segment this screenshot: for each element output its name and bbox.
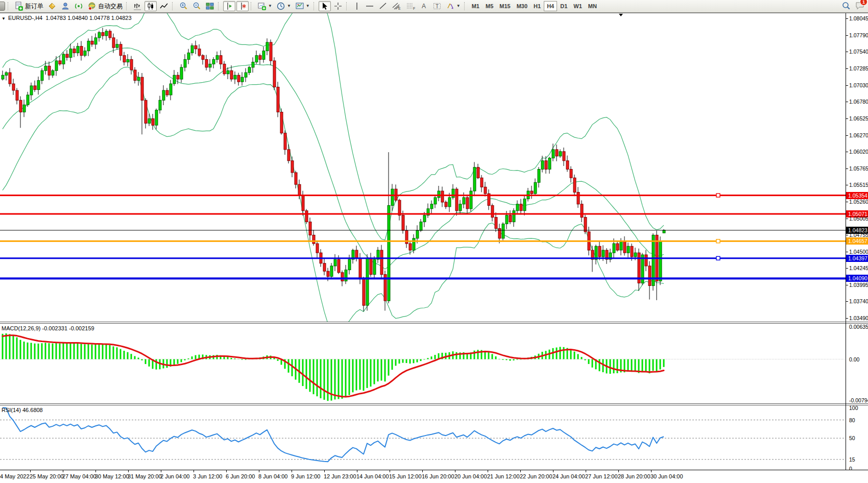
timeframe-H1[interactable]: H1 — [531, 1, 544, 11]
time-tick — [30, 470, 31, 472]
ohlc-low: 1.04778 — [89, 15, 110, 21]
axis-tick — [846, 219, 848, 219]
tile-windows-button[interactable] — [204, 1, 216, 11]
time-tick — [455, 470, 455, 472]
text-label-tool[interactable]: T — [431, 1, 443, 11]
time-label: 31 May 20:00 — [128, 473, 162, 479]
time-label: 27 Jun 12:00 — [585, 473, 618, 479]
toolbar-grip[interactable] — [314, 2, 316, 10]
bollinger-upper[interactable] — [3, 13, 664, 240]
macd-value-signal: -0.002159 — [69, 325, 94, 331]
rsi-pane[interactable] — [0, 405, 846, 470]
signal-button[interactable] — [73, 1, 85, 11]
pane-splitter[interactable] — [0, 322, 868, 324]
toolbar-grip[interactable] — [172, 2, 175, 10]
time-tick — [161, 470, 161, 472]
time-label: 3 Jun 12:00 — [193, 473, 223, 479]
periods-button[interactable]: ▼ — [275, 1, 293, 11]
timeframe-H4[interactable]: H4 — [544, 1, 557, 11]
timeframe-M15[interactable]: M15 — [496, 1, 513, 11]
toolbar-grip[interactable] — [346, 2, 349, 10]
horizontal-line-1.04090[interactable] — [0, 277, 846, 279]
price-tick-label: 1.07030 — [849, 82, 868, 88]
toolbar-grip[interactable] — [218, 2, 221, 10]
time-tick — [194, 470, 194, 472]
ohlc-high: 1.04840 — [67, 15, 88, 21]
channel-icon: E — [392, 2, 402, 11]
main-chart-pane[interactable] — [0, 13, 846, 322]
axis-tick — [846, 318, 848, 319]
crosshair-button[interactable] — [332, 1, 344, 11]
axis-tick — [846, 68, 848, 69]
toolbar-grip[interactable] — [8, 2, 10, 10]
candlestick-chart-button[interactable] — [144, 1, 157, 11]
time-label: 2 Jun 04:00 — [160, 473, 190, 479]
price-axis[interactable]: 1.053541.050711.048231.046571.043971.040… — [846, 13, 868, 470]
arrows-tool[interactable]: ▼ — [444, 1, 462, 11]
line-handle[interactable] — [716, 194, 720, 197]
rsi-canvas — [0, 405, 846, 470]
bollinger-lower[interactable] — [3, 67, 664, 322]
price-line-badge: 1.05354 — [846, 192, 868, 199]
price-tick-label: 1.06525 — [849, 115, 868, 122]
market-watch-button[interactable] — [46, 1, 58, 11]
timeframe-M1[interactable]: M1 — [469, 1, 483, 11]
auto-trading-icon — [87, 2, 97, 11]
auto-scroll-button[interactable] — [236, 1, 249, 11]
text-tool[interactable]: A — [419, 1, 430, 11]
chart-shift-button[interactable] — [223, 1, 235, 11]
time-label: 30 May 12:00 — [95, 473, 129, 479]
notifications-button[interactable]: 1 — [855, 1, 865, 10]
svg-text:E: E — [398, 7, 401, 10]
rsi-axis-label: 80 — [849, 417, 855, 423]
toolbar-grip[interactable] — [126, 2, 129, 10]
profile-button[interactable] — [59, 1, 71, 11]
timeframe-W1[interactable]: W1 — [570, 1, 585, 11]
channel-tool[interactable]: E — [390, 1, 403, 11]
zoom-in-button[interactable] — [177, 1, 189, 11]
line-handle[interactable] — [716, 239, 720, 243]
clock-icon — [276, 2, 285, 11]
pane-splitter[interactable] — [0, 403, 868, 405]
time-label: 20 Jun 04:00 — [454, 473, 487, 479]
time-axis[interactable]: 24 May 202225 May 20:0027 May 04:0030 Ma… — [0, 470, 868, 483]
main-chart-canvas — [0, 13, 846, 322]
trendline-tool[interactable] — [377, 1, 389, 11]
symbol-period: EURUSD-,H4 — [8, 15, 42, 21]
clipped-icon — [0, 2, 5, 11]
time-tick — [128, 470, 129, 472]
chart-menu-arrow[interactable]: ▼ — [2, 16, 6, 21]
chart-shift-marker[interactable] — [619, 14, 623, 16]
line-handle[interactable] — [716, 256, 720, 260]
macd-axis-label: -0.007949 — [849, 397, 868, 403]
auto-trading-button[interactable]: 自动交易 — [86, 1, 124, 11]
timeframe-M30[interactable]: M30 — [514, 1, 531, 11]
horizontal-line-1.04823[interactable] — [0, 230, 846, 231]
timeframe-MN[interactable]: MN — [585, 1, 600, 11]
toolbar-grip[interactable] — [251, 2, 253, 10]
candlestick-chart-icon — [146, 2, 155, 11]
axis-tick — [846, 52, 848, 52]
time-label: 24 Jun 04:00 — [552, 473, 585, 479]
macd-canvas — [0, 324, 846, 403]
new-order-button[interactable]: 新订单 — [13, 1, 45, 11]
rsi-axis-label: 100 — [849, 405, 858, 411]
new-chart-button[interactable]: ▼ — [256, 1, 274, 11]
zoom-out-button[interactable] — [190, 1, 203, 11]
cursor-button[interactable] — [319, 1, 331, 11]
macd-pane[interactable] — [0, 324, 846, 403]
bar-chart-button[interactable] — [131, 1, 143, 11]
axis-tick — [846, 268, 848, 269]
macd-name: MACD(12,26,9) — [2, 325, 40, 331]
templates-button[interactable]: ▼ — [294, 1, 311, 11]
time-tick — [553, 470, 553, 472]
search-icon[interactable] — [841, 1, 851, 10]
horizontal-line-tool[interactable] — [364, 1, 376, 11]
fibonacci-tool[interactable]: F — [404, 1, 418, 11]
line-chart-button[interactable] — [158, 1, 170, 11]
toolbar-grip[interactable] — [464, 2, 467, 10]
horizontal-line-1.05071[interactable] — [0, 213, 846, 215]
timeframe-D1[interactable]: D1 — [557, 1, 570, 11]
vertical-line-tool[interactable] — [351, 1, 363, 11]
timeframe-M5[interactable]: M5 — [483, 1, 496, 11]
